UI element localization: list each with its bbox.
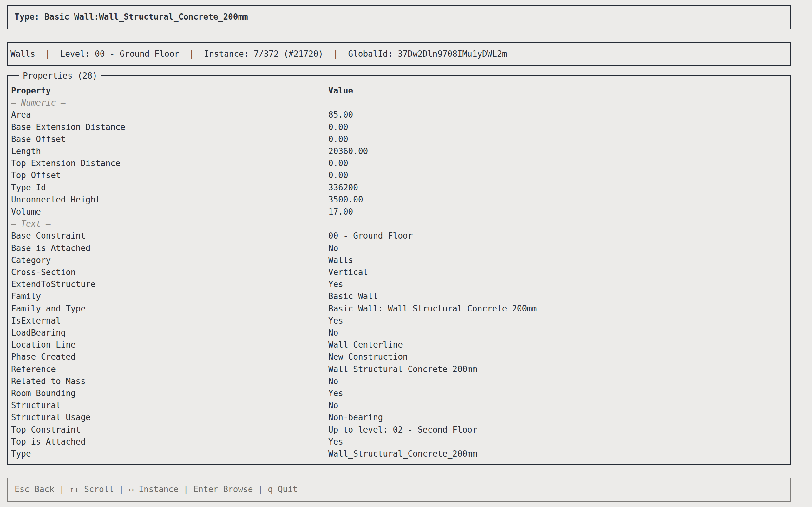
property-name: Family and Type [11, 302, 328, 315]
property-row: Type Id336200 [11, 181, 786, 193]
element-info-bar: Walls | Level: 00 - Ground Floor | Insta… [7, 42, 791, 66]
property-value: 0.00 [328, 157, 786, 169]
property-name: Length [11, 145, 328, 157]
section-label: — Text — [11, 218, 328, 230]
property-row: Cross-SectionVertical [11, 266, 786, 278]
section-divider: — Text — [11, 218, 786, 230]
property-row: StructuralNo [11, 399, 786, 411]
property-name: Top Offset [11, 169, 328, 181]
property-name: Base is Attached [11, 242, 328, 254]
property-name: Type Id [11, 181, 328, 193]
property-value: Basic Wall [328, 290, 786, 302]
property-value: 0.00 [328, 169, 786, 181]
property-value: Wall_Structural_Concrete_200mm [328, 363, 786, 375]
column-header-value: Value [328, 84, 786, 97]
property-value: New Construction [328, 351, 786, 363]
property-value: Yes [328, 278, 786, 290]
property-value: 336200 [328, 181, 786, 193]
section-divider: — Numeric — [11, 97, 786, 109]
property-row: Related to MassNo [11, 375, 786, 387]
property-value: Basic Wall: Wall_Structural_Concrete_200… [328, 302, 786, 315]
property-value: 85.00 [328, 109, 786, 121]
property-value: 17.00 [328, 206, 786, 218]
property-name: Base Extension Distance [11, 121, 328, 133]
property-name: Cross-Section [11, 266, 328, 278]
property-name: Type [11, 448, 328, 460]
property-name: Area [11, 109, 328, 121]
property-value: 0.00 [328, 121, 786, 133]
properties-panel: Properties (28) Property Value — Numeric… [7, 75, 791, 465]
property-name: Base Offset [11, 133, 328, 145]
property-row: Length20360.00 [11, 145, 786, 157]
property-value: Vertical [328, 266, 786, 278]
property-value: No [328, 242, 786, 254]
property-value: Yes [328, 315, 786, 327]
property-row: Volume17.00 [11, 206, 786, 218]
property-name: Location Line [11, 339, 328, 351]
property-row: ReferenceWall_Structural_Concrete_200mm [11, 363, 786, 375]
property-name: Family [11, 290, 328, 302]
property-row: LoadBearingNo [11, 327, 786, 339]
property-row: Top Offset0.00 [11, 169, 786, 181]
property-value: 3500.00 [328, 193, 786, 206]
property-name: Phase Created [11, 351, 328, 363]
property-name: Related to Mass [11, 375, 328, 387]
footer-keybar: Esc Back | ↑↓ Scroll | ↔ Instance | Ente… [7, 477, 791, 502]
property-name: Reference [11, 363, 328, 375]
property-row: Base Offset0.00 [11, 133, 786, 145]
property-name: ExtendToStructure [11, 278, 328, 290]
element-info-text: Walls | Level: 00 - Ground Floor | Insta… [8, 43, 790, 65]
property-value: Non-bearing [328, 411, 786, 424]
property-row: Unconnected Height3500.00 [11, 193, 786, 206]
property-row: ExtendToStructureYes [11, 278, 786, 290]
properties-panel-title: Properties (28) [19, 70, 101, 81]
property-name: Structural [11, 399, 328, 411]
property-row: Phase CreatedNew Construction [11, 351, 786, 363]
property-row: IsExternalYes [11, 315, 786, 327]
property-row: Top is AttachedYes [11, 436, 786, 448]
property-value: Wall_Structural_Concrete_200mm [328, 448, 786, 460]
property-name: Top Constraint [11, 424, 328, 436]
property-name: Top is Attached [11, 436, 328, 448]
property-row: Base Extension Distance0.00 [11, 121, 786, 133]
property-value: Wall Centerline [328, 339, 786, 351]
type-title-bar: Type: Basic Wall:Wall_Structural_Concret… [7, 5, 791, 30]
property-row: Room BoundingYes [11, 387, 786, 399]
property-value: Yes [328, 436, 786, 448]
type-title-text: Type: Basic Wall:Wall_Structural_Concret… [8, 6, 790, 28]
property-name: Base Constraint [11, 230, 328, 242]
property-row: FamilyBasic Wall [11, 290, 786, 302]
footer-keybar-text: Esc Back | ↑↓ Scroll | ↔ Instance | Ente… [8, 478, 790, 500]
property-value: No [328, 399, 786, 411]
property-name: Structural Usage [11, 411, 328, 424]
column-header-property: Property [11, 84, 328, 97]
property-name: IsExternal [11, 315, 328, 327]
property-row: CategoryWalls [11, 254, 786, 266]
property-value: No [328, 375, 786, 387]
property-value: Walls [328, 254, 786, 266]
property-name: Volume [11, 206, 328, 218]
property-name: LoadBearing [11, 327, 328, 339]
property-name: Unconnected Height [11, 193, 328, 206]
property-row: Top Extension Distance0.00 [11, 157, 786, 169]
property-value: 0.00 [328, 133, 786, 145]
property-row: TypeWall_Structural_Concrete_200mm [11, 448, 786, 460]
property-value: Up to level: 02 - Second Floor [328, 424, 786, 436]
property-name: Top Extension Distance [11, 157, 328, 169]
section-label: — Numeric — [11, 97, 328, 109]
property-value: 20360.00 [328, 145, 786, 157]
properties-table: Property Value — Numeric —Area85.00Base … [8, 76, 790, 460]
property-row: Base Constraint00 - Ground Floor [11, 230, 786, 242]
property-row: Top ConstraintUp to level: 02 - Second F… [11, 424, 786, 436]
property-row: Base is AttachedNo [11, 242, 786, 254]
property-row: Family and TypeBasic Wall: Wall_Structur… [11, 302, 786, 315]
property-row: Area85.00 [11, 109, 786, 121]
property-value: Yes [328, 387, 786, 399]
property-row: Structural UsageNon-bearing [11, 411, 786, 424]
property-name: Room Bounding [11, 387, 328, 399]
property-row: Location LineWall Centerline [11, 339, 786, 351]
property-value: No [328, 327, 786, 339]
property-value: 00 - Ground Floor [328, 230, 786, 242]
table-header-row: Property Value [11, 84, 786, 97]
property-name: Category [11, 254, 328, 266]
